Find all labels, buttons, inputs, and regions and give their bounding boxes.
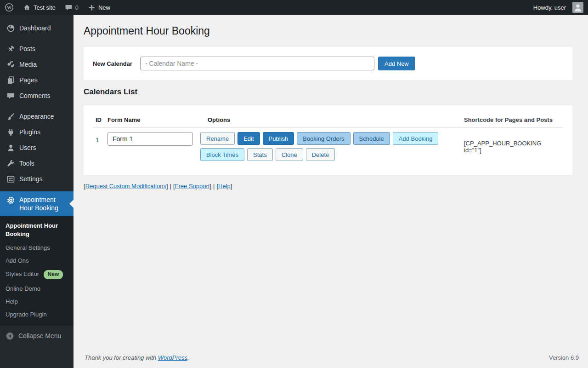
comments-icon <box>6 92 15 100</box>
support-links-line: [Request Custom Modifications]|[Free Sup… <box>84 183 578 190</box>
sidebar-item-plugins[interactable]: Plugins <box>0 124 74 140</box>
sidebar-item-label: Pages <box>19 76 38 84</box>
column-header-options: Options <box>200 116 453 123</box>
wrench-icon <box>6 159 15 168</box>
submenu-item-appointment-hour-booking[interactable]: Appointment Hour Booking <box>0 220 74 242</box>
schedule-button[interactable]: Schedule <box>353 132 390 145</box>
sidebar-item-appearance[interactable]: Appearance <box>0 109 74 124</box>
howdy-text: Howdy, user <box>533 4 566 11</box>
edit-button[interactable]: Edit <box>237 132 260 145</box>
submenu-item-general-settings[interactable]: General Settings <box>0 242 74 254</box>
submenu-item-online-demo[interactable]: Online Demo <box>0 282 74 295</box>
footer-thanks-period: . <box>187 354 189 361</box>
sidebar-item-label: Media <box>19 61 37 68</box>
submenu-item-upgrade-plugin[interactable]: Upgrade Plugin <box>0 308 74 321</box>
admin-menu: Dashboard Posts Media Pages Comments <box>0 15 74 344</box>
collapse-arrow-icon <box>6 332 14 340</box>
sidebar-item-pages[interactable]: Pages <box>0 72 74 88</box>
submenu-item-add-ons[interactable]: Add Ons <box>0 254 74 267</box>
collapse-menu-button[interactable]: Collapse Menu <box>0 328 74 344</box>
plus-icon <box>88 4 96 12</box>
site-name: Test site <box>34 4 56 11</box>
booking-orders-button[interactable]: Booking Orders <box>297 132 350 145</box>
new-calendar-label: New Calendar <box>93 60 140 67</box>
submenu-item-styles-editor[interactable]: Styles Editor New <box>0 267 74 282</box>
my-account-menu[interactable]: Howdy, user <box>529 0 588 15</box>
user-icon <box>6 144 15 152</box>
home-icon <box>23 4 31 12</box>
admin-bar-left: W Test site 0 New <box>0 0 115 15</box>
options-button-row-2: Block Times Stats Clone Delete <box>200 148 453 161</box>
sidebar-item-media[interactable]: Media <box>0 57 74 72</box>
sidebar-item-users[interactable]: Users <box>0 140 74 155</box>
request-custom-modifications-link[interactable]: Request Custom Modifications <box>85 183 166 190</box>
sidebar-item-label: Tools <box>19 160 34 167</box>
version-text: Version 6.9 <box>549 354 579 361</box>
row-id: 1 <box>93 132 107 161</box>
row-form-name-cell <box>107 132 200 161</box>
new-label: New <box>98 4 110 11</box>
menu-separator <box>0 104 74 109</box>
row-options-cell: Rename Edit Publish Booking Orders Sched… <box>200 132 453 161</box>
bracket: ] <box>231 183 232 190</box>
rename-button[interactable]: Rename <box>200 132 235 145</box>
sidebar-item-label: Comments <box>19 92 51 99</box>
sidebar-item-posts[interactable]: Posts <box>0 41 74 57</box>
sidebar-item-comments[interactable]: Comments <box>0 88 74 104</box>
options-button-row-1: Rename Edit Publish Booking Orders Sched… <box>200 132 453 145</box>
comments-count: 0 <box>75 4 79 11</box>
comment-bubble-icon <box>65 4 73 12</box>
admin-bar-right: Howdy, user <box>529 0 588 15</box>
paintbrush-icon <box>6 112 15 121</box>
dashboard-icon <box>6 24 15 33</box>
wordpress-link[interactable]: WordPress <box>158 354 187 361</box>
sidebar-item-tools[interactable]: Tools <box>0 155 74 171</box>
submenu-item-help[interactable]: Help <box>0 295 74 308</box>
submenu-item-label: Styles Editor <box>6 270 39 277</box>
sidebar-item-settings[interactable]: Settings <box>0 171 74 187</box>
stats-button[interactable]: Stats <box>247 148 273 161</box>
footer-thanks: Thank you for creating with WordPress. <box>85 354 189 361</box>
add-new-button[interactable]: Add New <box>378 57 415 70</box>
form-name-input[interactable] <box>107 132 193 146</box>
table-row: 1 Rename Edit Publish Booking Orders Sch… <box>93 128 563 161</box>
sidebar-item-label: Appointment Hour Booking <box>19 196 65 212</box>
pages-icon <box>6 76 15 85</box>
new-content-menu[interactable]: New <box>83 0 115 15</box>
delete-button[interactable]: Delete <box>306 148 335 161</box>
calendars-table-panel: ID Form Name Options Shortcode for Pages… <box>84 105 572 175</box>
comments-shortcut[interactable]: 0 <box>60 0 83 15</box>
column-header-shortcode: Shortcode for Pages and Posts <box>453 116 554 123</box>
new-badge: New <box>44 270 63 279</box>
sidebar-item-label: Posts <box>19 45 35 52</box>
admin-bar: W Test site 0 New Howdy, user <box>0 0 588 15</box>
table-header-row: ID Form Name Options Shortcode for Pages… <box>93 116 563 128</box>
separator: | <box>213 183 215 190</box>
settings-icon <box>6 175 15 184</box>
wordpress-logo-menu[interactable]: W <box>0 0 18 15</box>
site-link[interactable]: Test site <box>18 0 60 15</box>
publish-button[interactable]: Publish <box>263 132 294 145</box>
sidebar-item-label: Plugins <box>19 128 40 136</box>
admin-footer: Thank you for creating with WordPress. V… <box>84 354 578 368</box>
clone-button[interactable]: Clone <box>276 148 303 161</box>
collapse-menu-label: Collapse Menu <box>18 332 61 339</box>
new-calendar-panel: New Calendar Add New <box>84 47 572 80</box>
sidebar-item-label: Users <box>19 144 36 151</box>
block-times-button[interactable]: Block Times <box>200 148 244 161</box>
avatar <box>572 2 583 13</box>
bracket: ] <box>209 183 211 190</box>
pin-icon <box>6 45 15 53</box>
help-link[interactable]: Help <box>218 183 231 190</box>
column-header-id: ID <box>93 116 107 123</box>
plugin-submenu: Appointment Hour Booking General Setting… <box>0 216 74 326</box>
calendar-name-input[interactable] <box>140 57 374 70</box>
svg-text:W: W <box>7 5 11 10</box>
media-icon <box>6 60 15 69</box>
current-menu-arrow <box>69 200 74 208</box>
free-support-link[interactable]: Free Support <box>175 183 210 190</box>
sidebar-item-dashboard[interactable]: Dashboard <box>0 20 74 36</box>
add-booking-button[interactable]: Add Booking <box>393 132 439 145</box>
sidebar-item-appointment-hour-booking[interactable]: Appointment Hour Booking <box>0 191 74 216</box>
page-title: Appointment Hour Booking <box>84 24 578 38</box>
